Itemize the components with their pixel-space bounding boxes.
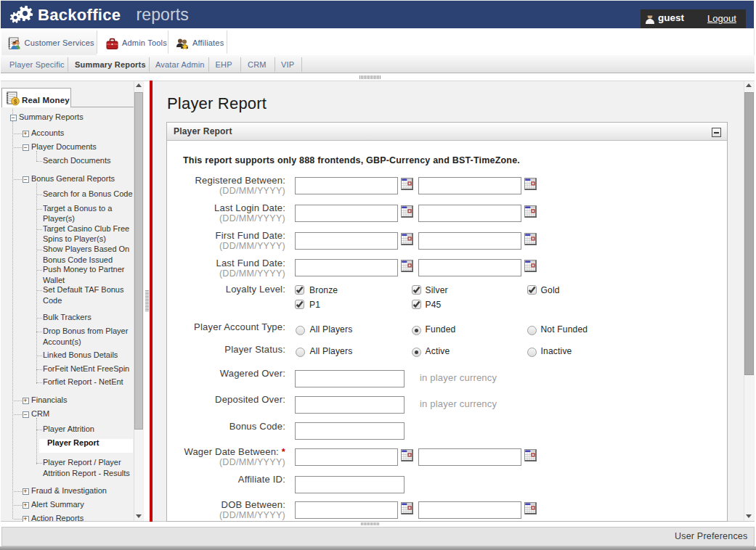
svg-text:$: $ bbox=[14, 98, 17, 105]
